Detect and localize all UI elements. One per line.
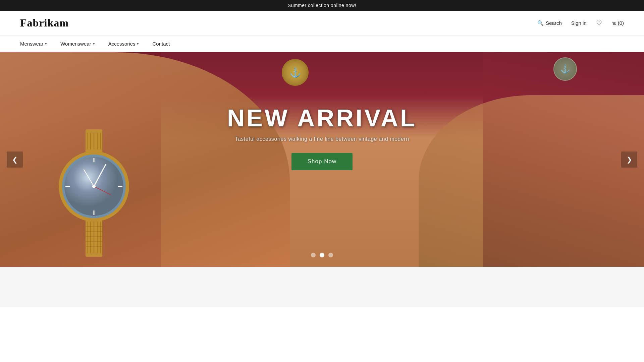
nav-menswear-label: Menswear (20, 41, 43, 47)
carousel-next-button[interactable]: ❯ (621, 152, 637, 168)
cart-button[interactable]: 🛍 (0) (611, 20, 624, 26)
carousel-dot-2[interactable] (320, 253, 324, 257)
cart-count: (0) (618, 20, 624, 26)
nav-menswear[interactable]: Menswear ▾ (20, 41, 47, 47)
search-button[interactable]: 🔍 Search (537, 20, 562, 26)
chevron-down-icon: ▾ (137, 42, 139, 46)
hero-subtitle: Tasteful accessories walking a fine line… (235, 136, 409, 142)
hero-section: NEW ARRIVAL Tasteful accessories walking… (0, 52, 644, 267)
carousel-dots (311, 253, 333, 257)
signin-button[interactable]: Sign in (571, 20, 587, 26)
wishlist-button[interactable]: ♡ (596, 19, 602, 27)
search-icon: 🔍 (537, 20, 544, 26)
nav-womenswear-label: Womenswear (60, 41, 91, 47)
carousel-dot-3[interactable] (328, 253, 333, 257)
site-header: Fabrikam 🔍 Search Sign in ♡ 🛍 (0) (0, 11, 644, 36)
announcement-text: Summer collection online now! (288, 3, 356, 8)
heart-icon: ♡ (596, 19, 602, 27)
nav-contact[interactable]: Contact (152, 41, 170, 47)
below-hero-section (0, 267, 644, 307)
announcement-bar: Summer collection online now! (0, 0, 644, 11)
main-nav: Menswear ▾ Womenswear ▾ Accessories ▾ Co… (0, 36, 644, 52)
site-logo[interactable]: Fabrikam (20, 17, 69, 29)
carousel-dot-1[interactable] (311, 253, 316, 257)
cart-icon: 🛍 (611, 20, 616, 26)
nav-womenswear[interactable]: Womenswear ▾ (60, 41, 95, 47)
search-label: Search (546, 20, 562, 26)
hero-content: NEW ARRIVAL Tasteful accessories walking… (0, 52, 644, 267)
carousel-prev-button[interactable]: ❮ (7, 152, 23, 168)
nav-accessories-label: Accessories (108, 41, 136, 47)
nav-contact-label: Contact (152, 41, 170, 47)
nav-accessories[interactable]: Accessories ▾ (108, 41, 139, 47)
hero-title: NEW ARRIVAL (227, 106, 417, 130)
header-actions: 🔍 Search Sign in ♡ 🛍 (0) (537, 19, 624, 27)
chevron-down-icon: ▾ (45, 42, 47, 46)
shop-now-button[interactable]: Shop Now (291, 153, 353, 170)
chevron-down-icon: ▾ (93, 42, 95, 46)
